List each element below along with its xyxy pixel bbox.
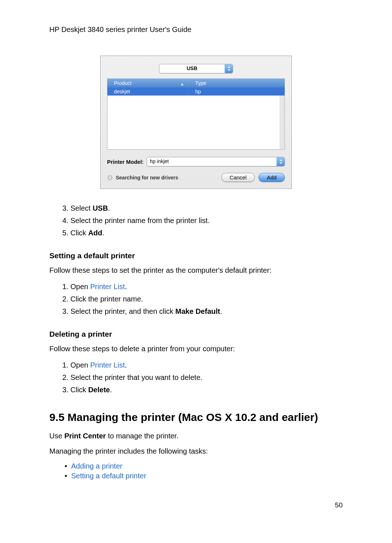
link-printer-list[interactable]: Printer List xyxy=(90,283,125,291)
heading-default-printer: Setting a default printer xyxy=(49,251,343,260)
printer-model-label: Printer Model: xyxy=(107,159,144,165)
text: . xyxy=(108,204,110,212)
column-type[interactable]: Type xyxy=(189,79,285,88)
paragraph: Managing the printer includes the follow… xyxy=(49,446,343,456)
heading-9-5: 9.5 Managing the printer (Mac OS X 10.2 … xyxy=(49,411,343,424)
text-bold: Make Default xyxy=(175,307,220,315)
document-header: HP Deskjet 3840 series printer User's Gu… xyxy=(49,25,343,34)
svg-line-11 xyxy=(108,179,109,179)
text: to manage the printer. xyxy=(106,432,179,440)
task-bullet-list: Adding a printer Setting a default print… xyxy=(49,461,343,481)
svg-marker-3 xyxy=(279,159,282,161)
cell-product: deskjet xyxy=(107,88,189,96)
status-searching: Searching for new drivers xyxy=(107,175,178,181)
steps-delete: Open Printer List. Select the printer th… xyxy=(49,359,343,396)
text: Open xyxy=(70,361,90,369)
text-bold: Print Center xyxy=(64,432,106,440)
svg-line-12 xyxy=(111,176,112,177)
text: . xyxy=(220,307,222,315)
text: Open xyxy=(70,283,90,291)
link-printer-list[interactable]: Printer List xyxy=(90,361,125,369)
printer-model-value: hp inkjet xyxy=(147,157,277,166)
link-adding-printer[interactable]: Adding a printer xyxy=(71,462,122,470)
list-item: Select the printer that you want to dele… xyxy=(70,371,343,384)
svg-marker-4 xyxy=(279,162,282,164)
paragraph: Follow these steps to delete a printer f… xyxy=(49,344,343,354)
text: . xyxy=(110,386,112,394)
connection-type-value: USB xyxy=(159,64,225,73)
page-number: 50 xyxy=(49,501,343,509)
text-bold: Add xyxy=(88,229,102,237)
paragraph: Use Print Center to manage the printer. xyxy=(49,431,343,441)
text: . xyxy=(102,229,105,237)
dropdown-arrows-icon xyxy=(277,157,285,166)
add-printer-dialog: USB Product Type deskjet xyxy=(100,56,292,189)
list-item: Click Delete. xyxy=(70,384,343,396)
text: Select xyxy=(70,204,93,212)
add-button[interactable]: Add xyxy=(258,173,285,182)
list-item: Adding a printer xyxy=(71,461,343,471)
dropdown-arrows-icon xyxy=(225,64,233,73)
text: Use xyxy=(49,432,64,440)
text: . xyxy=(125,361,127,369)
list-item: Click Add. xyxy=(70,227,343,239)
status-text: Searching for new drivers xyxy=(116,175,178,181)
steps-default: Open Printer List. Click the printer nam… xyxy=(49,280,343,317)
text: Select the printer, and then click xyxy=(70,307,175,315)
svg-line-10 xyxy=(111,179,112,179)
paragraph: Follow these steps to set the printer as… xyxy=(49,265,343,275)
spinner-icon xyxy=(107,175,113,181)
cell-type: hp xyxy=(189,88,285,96)
steps-continued: Select USB. Select the printer name from… xyxy=(49,202,343,239)
text: . xyxy=(125,283,127,291)
list-item: Select USB. xyxy=(70,202,343,214)
heading-deleting-printer: Deleting a printer xyxy=(49,330,343,339)
text: Click xyxy=(70,386,88,394)
list-item: Open Printer List. xyxy=(70,359,343,371)
svg-marker-1 xyxy=(228,69,230,71)
link-setting-default[interactable]: Setting a default printer xyxy=(71,472,146,480)
column-product-label: Product xyxy=(114,80,131,86)
list-item: Select the printer name from the printer… xyxy=(70,214,343,227)
printer-list-table: Product Type deskjet hp xyxy=(107,78,285,150)
text-bold: Delete xyxy=(88,386,110,394)
list-item: Setting a default printer xyxy=(71,471,343,481)
list-item: Click the printer name. xyxy=(70,293,343,305)
column-product[interactable]: Product xyxy=(107,79,189,88)
svg-marker-2 xyxy=(181,83,184,85)
list-item: Open Printer List. xyxy=(70,280,343,293)
svg-marker-0 xyxy=(228,66,230,68)
text-bold: USB xyxy=(93,204,108,212)
table-row[interactable]: deskjet hp xyxy=(107,88,285,96)
column-type-label: Type xyxy=(195,80,206,86)
cancel-button[interactable]: Cancel xyxy=(221,173,255,182)
table-header: Product Type xyxy=(107,79,285,88)
table-empty-area xyxy=(107,96,285,149)
text: Click xyxy=(70,229,88,237)
printer-model-dropdown[interactable]: hp inkjet xyxy=(147,157,285,166)
sort-ascending-icon xyxy=(180,81,184,87)
svg-line-9 xyxy=(108,176,109,177)
connection-type-dropdown[interactable]: USB xyxy=(159,64,233,73)
list-item: Select the printer, and then click Make … xyxy=(70,305,343,317)
